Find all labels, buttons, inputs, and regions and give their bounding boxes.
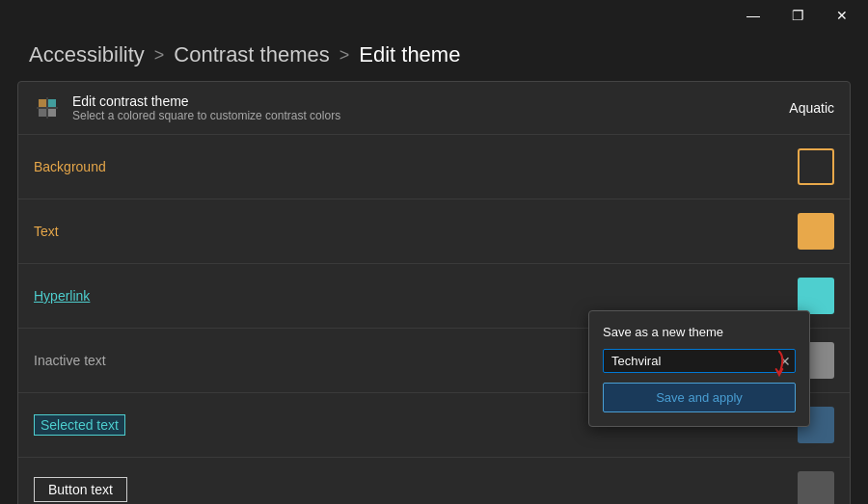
svg-rect-0 bbox=[39, 99, 46, 107]
title-bar: — ❐ ✕ bbox=[0, 0, 868, 31]
theme-header: Edit contrast theme Select a colored squ… bbox=[18, 82, 850, 135]
minimize-button[interactable]: — bbox=[731, 0, 775, 31]
row-text: Text bbox=[18, 199, 850, 264]
swatch-background[interactable] bbox=[798, 148, 834, 185]
swatch-hyperlink[interactable] bbox=[798, 278, 834, 314]
edit-theme-icon bbox=[34, 94, 61, 121]
close-button[interactable]: ✕ bbox=[820, 0, 864, 31]
main-panel: Edit contrast theme Select a colored squ… bbox=[17, 81, 851, 504]
theme-name-label: Aquatic bbox=[789, 100, 834, 116]
breadcrumb: Accessibility > Contrast themes > Edit t… bbox=[0, 31, 868, 81]
restore-button[interactable]: ❐ bbox=[775, 0, 820, 31]
label-inactive-text: Inactive text bbox=[34, 353, 106, 368]
label-background: Background bbox=[34, 159, 106, 174]
theme-header-left: Edit contrast theme Select a colored squ… bbox=[34, 93, 340, 122]
save-theme-input[interactable] bbox=[611, 354, 773, 368]
svg-rect-1 bbox=[48, 99, 56, 107]
label-button-text[interactable]: Button text bbox=[34, 477, 127, 502]
breadcrumb-edit-theme: Edit theme bbox=[359, 42, 460, 67]
row-button: Button text bbox=[18, 458, 850, 504]
svg-marker-6 bbox=[776, 371, 783, 378]
header-title: Edit contrast theme bbox=[72, 93, 340, 109]
row-background: Background bbox=[18, 135, 850, 199]
swatch-button[interactable] bbox=[798, 471, 834, 504]
swatch-text[interactable] bbox=[798, 213, 834, 250]
save-popup-title: Save as a new theme bbox=[603, 325, 796, 339]
save-input-row: ✕ bbox=[603, 349, 796, 373]
theme-header-text: Edit contrast theme Select a colored squ… bbox=[72, 93, 340, 122]
save-and-apply-button[interactable]: Save and apply bbox=[603, 383, 796, 412]
header-subtitle: Select a colored square to customize con… bbox=[72, 109, 340, 122]
red-arrow-indicator bbox=[770, 350, 789, 379]
breadcrumb-sep-2: > bbox=[339, 45, 350, 66]
breadcrumb-contrast-themes[interactable]: Contrast themes bbox=[174, 42, 329, 67]
label-text: Text bbox=[34, 224, 59, 239]
label-selected-text: Selected text bbox=[34, 414, 125, 436]
breadcrumb-accessibility[interactable]: Accessibility bbox=[29, 42, 145, 67]
svg-rect-3 bbox=[48, 109, 56, 117]
label-hyperlink[interactable]: Hyperlink bbox=[34, 288, 90, 304]
svg-rect-2 bbox=[39, 109, 46, 117]
breadcrumb-sep-1: > bbox=[154, 45, 165, 66]
